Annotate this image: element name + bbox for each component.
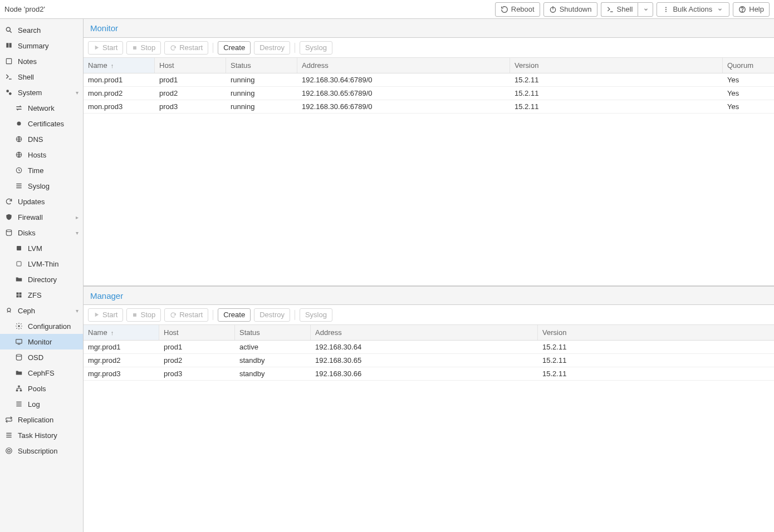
svg-rect-34	[16, 390, 18, 391]
svg-rect-45	[134, 46, 137, 50]
cell-name: mon.prod3	[84, 100, 155, 113]
cell-host: prod3	[159, 367, 235, 380]
manager-grid: Name↑ Host Status Address Version mgr.pr…	[84, 325, 774, 532]
col-name[interactable]: Name↑	[84, 325, 159, 340]
mgr-destroy-button[interactable]: Destroy	[254, 308, 290, 322]
col-status[interactable]: Status	[235, 325, 311, 340]
sidebar-item-subscription[interactable]: Subscription	[0, 443, 83, 459]
cell-quorum: Yes	[723, 87, 774, 100]
col-quorum[interactable]: Quorum	[723, 58, 774, 73]
col-name[interactable]: Name↑	[84, 58, 155, 73]
cell-address: 192.168.30.65	[311, 354, 538, 367]
sidebar-item-search[interactable]: Search	[0, 22, 83, 38]
chevron-down-icon: ▾	[76, 308, 79, 314]
menu-dots-icon	[662, 6, 670, 13]
sidebar-item-lvm[interactable]: LVM	[0, 240, 83, 256]
sidebar-item-syslog[interactable]: Syslog	[0, 178, 83, 194]
table-row[interactable]: mon.prod3prod3running192.168.30.66:6789/…	[84, 100, 774, 114]
sidebar-item-disks[interactable]: Disks ▾	[0, 225, 83, 240]
retweet-icon	[4, 416, 13, 423]
sidebar-item-log[interactable]: Log	[0, 396, 83, 412]
mgr-start-button[interactable]: Start	[88, 308, 123, 322]
sidebar-item-network[interactable]: Network	[0, 100, 83, 116]
sidebar-item-shell[interactable]: Shell	[0, 69, 83, 85]
table-row[interactable]: mon.prod1prod1running192.168.30.64:6789/…	[84, 73, 774, 87]
sidebar-item-firewall[interactable]: Firewall ▸	[0, 209, 83, 225]
monitor-title-link[interactable]: Monitor	[90, 23, 118, 33]
reboot-button[interactable]: Reboot	[495, 2, 540, 17]
exchange-icon	[14, 104, 23, 112]
col-version[interactable]: Version	[538, 325, 774, 340]
certificate-icon	[14, 120, 23, 127]
cell-address: 192.168.30.65:6789/0	[297, 87, 510, 100]
mon-stop-button[interactable]: Stop	[126, 41, 161, 55]
help-icon	[738, 6, 746, 13]
chevron-down-icon	[716, 6, 724, 13]
sidebar-item-certificates[interactable]: Certificates	[0, 116, 83, 131]
globe-icon	[14, 135, 23, 143]
sidebar-item-configuration[interactable]: Configuration	[0, 318, 83, 334]
sidebar-item-taskhistory[interactable]: Task History	[0, 427, 83, 443]
sidebar-item-replication[interactable]: Replication	[0, 412, 83, 427]
mgr-create-button[interactable]: Create	[218, 308, 251, 322]
sidebar-item-notes[interactable]: Notes	[0, 53, 83, 69]
mon-start-button[interactable]: Start	[88, 41, 123, 55]
sidebar-item-system[interactable]: System ▾	[0, 85, 83, 100]
cell-version: 15.2.11	[538, 367, 774, 380]
col-version[interactable]: Version	[510, 58, 723, 73]
chevron-down-icon: ▾	[76, 90, 79, 96]
sidebar-item-summary[interactable]: Summary	[0, 38, 83, 53]
manager-title-link[interactable]: Manager	[90, 291, 123, 301]
sidebar-item-zfs[interactable]: ZFS	[0, 287, 83, 303]
gears-icon	[4, 88, 13, 96]
cell-address: 192.168.30.64:6789/0	[297, 73, 510, 86]
svg-point-29	[18, 325, 20, 327]
svg-marker-44	[95, 46, 99, 50]
col-host[interactable]: Host	[155, 58, 226, 73]
svg-point-13	[9, 92, 12, 95]
sidebar-item-ceph[interactable]: Ceph ▾	[0, 303, 83, 318]
list-icon	[14, 182, 23, 190]
sidebar-item-monitor[interactable]: Monitor	[0, 334, 83, 349]
table-row[interactable]: mon.prod2prod2running192.168.30.65:6789/…	[84, 87, 774, 100]
stop-icon	[132, 45, 138, 51]
svg-point-4	[665, 9, 667, 10]
power-icon	[549, 6, 557, 13]
globe-icon	[14, 151, 23, 159]
sidebar-item-directory[interactable]: Directory	[0, 272, 83, 287]
help-button[interactable]: Help	[733, 2, 770, 17]
mgr-stop-button[interactable]: Stop	[126, 308, 161, 322]
svg-point-5	[665, 11, 667, 12]
shutdown-button[interactable]: Shutdown	[543, 2, 597, 17]
sort-asc-icon: ↑	[111, 62, 114, 69]
table-row[interactable]: mgr.prod1prod1active192.168.30.6415.2.11	[84, 341, 774, 354]
sidebar-item-pools[interactable]: Pools	[0, 381, 83, 396]
col-status[interactable]: Status	[226, 58, 297, 73]
sidebar-item-hosts[interactable]: Hosts	[0, 147, 83, 162]
mon-syslog-button[interactable]: Syslog	[300, 41, 332, 55]
shell-button[interactable]: Shell	[601, 2, 638, 17]
bulk-actions-button[interactable]: Bulk Actions	[657, 2, 729, 17]
col-address[interactable]: Address	[297, 58, 510, 73]
sidebar-item-dns[interactable]: DNS	[0, 131, 83, 147]
sidebar-item-osd[interactable]: OSD	[0, 349, 83, 365]
manager-panel-header: Manager	[84, 286, 774, 305]
col-address[interactable]: Address	[311, 325, 538, 340]
table-row[interactable]: mgr.prod3prod3standby192.168.30.6615.2.1…	[84, 367, 774, 381]
mgr-restart-button[interactable]: Restart	[164, 308, 208, 322]
mon-create-button[interactable]: Create	[218, 41, 251, 55]
folder-icon	[14, 369, 23, 377]
sort-asc-icon: ↑	[111, 329, 114, 336]
sidebar-item-time[interactable]: Time	[0, 162, 83, 178]
sidebar-item-updates[interactable]: Updates	[0, 194, 83, 209]
table-row[interactable]: mgr.prod2prod2standby192.168.30.6515.2.1…	[84, 354, 774, 367]
sidebar-item-cephfs[interactable]: CephFS	[0, 365, 83, 381]
mon-destroy-button[interactable]: Destroy	[254, 41, 290, 55]
svg-point-32	[16, 354, 21, 357]
sidebar-item-lvmthin[interactable]: LVM-Thin	[0, 256, 83, 272]
col-host[interactable]: Host	[159, 325, 235, 340]
mon-restart-button[interactable]: Restart	[164, 41, 208, 55]
mgr-syslog-button[interactable]: Syslog	[300, 308, 332, 322]
play-icon	[94, 45, 100, 51]
shell-dropdown[interactable]	[638, 2, 653, 17]
